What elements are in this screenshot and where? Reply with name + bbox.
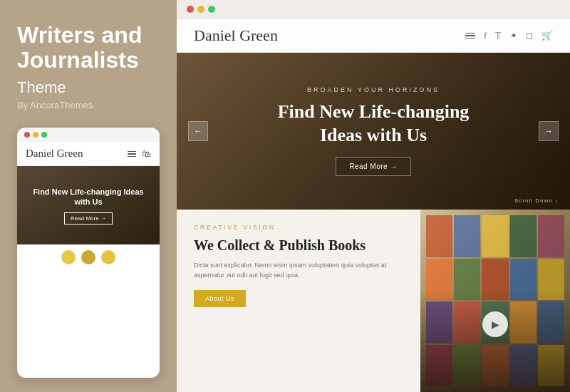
mobile-icon-1 — [61, 250, 76, 264]
mobile-logo: Daniel Green — [26, 148, 83, 160]
mobile-hero: Find New Life-changing Ideas with Us Rea… — [17, 166, 160, 244]
left-panel: Writers and Journalists Theme By AncoraT… — [0, 0, 177, 392]
desktop-navbar: Daniel Green f 𝕋 ✦ ◻ 🛒 — [177, 19, 570, 53]
below-hero-left: CREATIVE VISION We Collect & Publish Boo… — [177, 210, 420, 392]
below-hero-right: ▶ — [420, 210, 570, 392]
right-panel: Daniel Green f 𝕋 ✦ ◻ 🛒 ← BROADEN YOUR HO… — [177, 0, 570, 392]
hero-prev-arrow[interactable]: ← — [188, 121, 208, 141]
desktop-content: Daniel Green f 𝕋 ✦ ◻ 🛒 ← BROADEN YOUR HO… — [177, 19, 570, 392]
mobile-icon-2 — [81, 250, 95, 264]
mobile-read-more-button[interactable]: Read More → — [64, 212, 113, 225]
desktop-hamburger-icon[interactable] — [465, 33, 475, 39]
books-background: ▶ — [420, 210, 570, 392]
desktop-dot-yellow — [197, 6, 204, 13]
man-silhouette — [420, 292, 570, 392]
hero-next-arrow[interactable]: → — [539, 121, 559, 141]
play-button[interactable]: ▶ — [482, 311, 508, 337]
mobile-hamburger-icon[interactable] — [128, 151, 136, 158]
mobile-mockup: Daniel Green 🛍 Find New Life-changing Id… — [17, 128, 160, 378]
author-credit: By AncoraThemes — [17, 100, 160, 110]
desktop-hero: ← BROADEN YOUR HORIZONS Find New Life-ch… — [177, 53, 570, 210]
mobile-icon-3 — [101, 250, 115, 264]
desktop-dot-green — [208, 6, 215, 13]
mobile-bottom — [17, 244, 160, 270]
desktop-logo: Daniel Green — [194, 26, 278, 45]
book-1 — [426, 215, 452, 257]
cart-icon[interactable]: 🛒 — [542, 30, 553, 41]
creative-vision-label: CREATIVE VISION — [194, 224, 403, 231]
scroll-down-label: Scroll Down ↓ — [514, 197, 559, 204]
collect-publish-title: We Collect & Publish Books — [194, 237, 403, 254]
twitter-icon[interactable]: 𝕋 — [495, 31, 502, 41]
mobile-dot-yellow — [33, 132, 38, 138]
desktop-dot-red — [187, 6, 194, 13]
hero-read-more-button[interactable]: Read More → — [336, 157, 411, 176]
pinterest-icon[interactable]: ✦ — [510, 31, 517, 41]
below-hero-section: CREATIVE VISION We Collect & Publish Boo… — [177, 210, 570, 392]
mobile-hero-text: Find New Life-changing Ideas with Us — [24, 187, 152, 207]
hero-title: Find New Life-changing Ideas with Us — [259, 100, 487, 147]
instagram-icon[interactable]: ◻ — [526, 31, 533, 41]
mobile-cart-icon[interactable]: 🛍 — [142, 148, 151, 160]
facebook-icon[interactable]: f — [484, 31, 487, 41]
mobile-titlebar — [17, 128, 160, 142]
book-4 — [510, 215, 537, 257]
mobile-bottom-icons — [26, 250, 151, 264]
mobile-dot-red — [24, 132, 30, 138]
collect-publish-description: Dicta sunt explicabo. Nemo enim ipsam vo… — [194, 261, 403, 280]
mobile-dot-green — [41, 132, 47, 138]
mobile-nav-icons: 🛍 — [128, 148, 151, 160]
desktop-nav-icons: f 𝕋 ✦ ◻ 🛒 — [465, 30, 553, 41]
book-3 — [482, 215, 508, 257]
mobile-navbar: Daniel Green 🛍 — [17, 142, 160, 166]
hero-label: BROADEN YOUR HORIZONS — [259, 86, 487, 93]
desktop-titlebar — [177, 0, 570, 19]
about-us-button[interactable]: About Us — [194, 290, 246, 307]
main-title: Writers and Journalists — [17, 23, 160, 73]
main-subtitle: Theme — [17, 78, 160, 97]
book-5 — [538, 215, 564, 257]
hero-content: BROADEN YOUR HORIZONS Find New Life-chan… — [259, 86, 487, 176]
book-2 — [454, 215, 480, 257]
